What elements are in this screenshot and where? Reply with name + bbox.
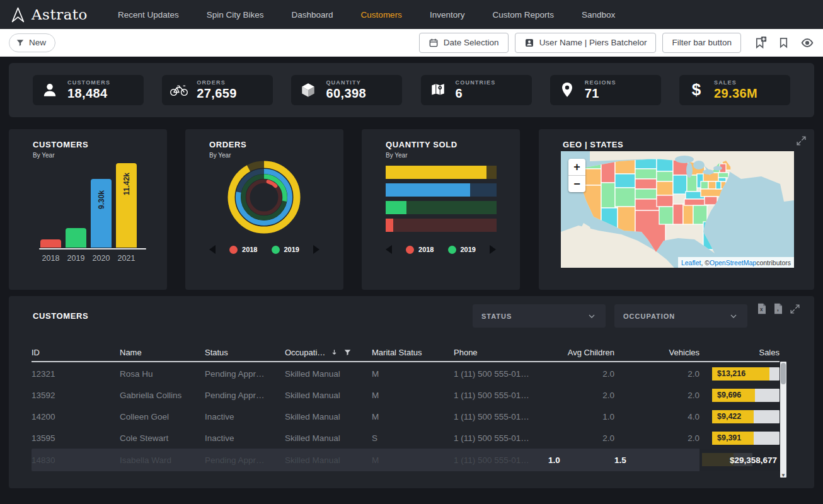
column-header-phone[interactable]: Phone [454, 348, 548, 357]
kpi-card-quantity[interactable]: QUANTITY60,398 [291, 75, 402, 105]
user-name-label: User Name | Piers Batchelor [539, 38, 647, 47]
column-header-label: Status [205, 348, 228, 357]
cell-status: Pending Appr… [205, 369, 285, 379]
kpi-card-customers[interactable]: CUSTOMERS18,484 [33, 75, 144, 105]
column-header-id[interactable]: ID [32, 348, 120, 357]
cell-name: Rosa Hu [120, 369, 205, 379]
column-header-label: Vehicles [669, 348, 699, 357]
person-icon [40, 82, 59, 98]
nav-item-recent-updates[interactable]: Recent Updates [118, 10, 179, 20]
leaflet-link[interactable]: Leaflet [681, 259, 701, 266]
kpi-value: 71 [585, 86, 616, 101]
cell-marital: S [372, 433, 454, 443]
nav-item-customers[interactable]: Customers [361, 10, 402, 20]
nav-item-sandbox[interactable]: Sandbox [582, 10, 615, 20]
cell-occupation: Skilled Manual [285, 412, 372, 421]
osm-link[interactable]: OpenStreetMap [710, 259, 756, 266]
table-row[interactable]: 12321Rosa HuPending Appr…Skilled ManualM… [32, 363, 780, 384]
hbar-2020[interactable] [386, 183, 497, 197]
bar-category-label: 2019 [66, 254, 86, 263]
kpi-label: QUANTITY [326, 79, 366, 86]
filter-bar-button[interactable]: Filter bar button [662, 33, 741, 53]
new-filter-button[interactable]: New [9, 33, 55, 52]
column-header-occupati-[interactable]: Occupati… [285, 348, 372, 357]
hbar-2018[interactable] [386, 219, 497, 232]
table-row[interactable]: 13592Gabriella CollinsPending Appr…Skill… [32, 384, 780, 406]
user-name-button[interactable]: User Name | Piers Batchelor [515, 33, 657, 53]
bookmark-plus-icon[interactable] [754, 36, 767, 49]
zoom-in-button[interactable]: + [568, 159, 585, 176]
scrollbar-thumb[interactable] [781, 363, 786, 384]
column-header-name[interactable]: Name [120, 348, 205, 357]
sort-desc-icon[interactable] [330, 348, 338, 357]
prev-year-button[interactable] [386, 245, 392, 254]
legend-label: 2019 [461, 246, 476, 253]
bookmark-icon[interactable] [778, 37, 790, 49]
expand-icon[interactable] [796, 135, 807, 146]
date-selection-button[interactable]: Date Selection [419, 33, 509, 53]
bar-2021[interactable]: 11.42k [116, 163, 137, 248]
column-header-marital-status[interactable]: Marital Status [372, 348, 454, 357]
zoom-out-button[interactable]: − [568, 176, 585, 192]
table-row[interactable]: 13595Cole StewartInactiveSkilled ManualS… [32, 427, 780, 449]
bicycle-icon [170, 83, 188, 98]
kpi-panel: CUSTOMERS18,484ORDERS27,659QUANTITY60,39… [9, 63, 814, 117]
column-header-vehicles[interactable]: Vehicles [614, 348, 699, 357]
total-sales: $29,358,677 [699, 449, 780, 471]
dollar-icon: $ [687, 81, 706, 100]
bar-2020[interactable]: 9.30k [91, 179, 112, 248]
table-row[interactable]: 14200Colleen GoelInactiveSkilled ManualM… [32, 406, 780, 427]
nav-item-spin-city-bikes[interactable]: Spin City Bikes [207, 10, 264, 20]
sales-value: $13,216 [717, 367, 745, 381]
column-header-avg-children[interactable]: Avg Children [548, 348, 614, 357]
attribution-middle: , © [701, 259, 710, 266]
hbar-2019[interactable] [386, 201, 497, 214]
kpi-card-regions[interactable]: REGIONS71 [550, 75, 661, 105]
cell-name: Gabriella Collins [120, 391, 205, 400]
kpi-card-orders[interactable]: ORDERS27,659 [162, 75, 273, 105]
bar-2019[interactable] [66, 228, 86, 248]
table-header-row: IDNameStatusOccupati…Marital StatusPhone… [32, 344, 780, 361]
nav-item-dashboard[interactable]: Dashboard [292, 10, 333, 20]
legend-item-2018[interactable]: 2018 [229, 246, 257, 254]
next-year-button[interactable] [490, 245, 496, 254]
filter-icon[interactable] [343, 348, 352, 357]
cell-marital: M [372, 412, 454, 421]
export-csv-icon[interactable]: , [773, 303, 783, 314]
legend-item-2019[interactable]: 2019 [448, 246, 476, 254]
cell-avg-children: 2.0 [548, 391, 614, 400]
sales-value: $9,696 [717, 389, 741, 402]
expand-icon[interactable] [790, 304, 800, 314]
column-header-sales[interactable]: Sales [699, 348, 780, 357]
kpi-value: 6 [456, 86, 496, 101]
sales-bar: $9,391 [712, 432, 780, 445]
hbar-2021[interactable] [386, 166, 497, 179]
brand[interactable]: Astrato [10, 6, 88, 23]
legend-item-2018[interactable]: 2018 [406, 246, 434, 254]
leaflet-map[interactable]: + − Leaflet, © OpenStreetMap contributor… [561, 151, 794, 268]
column-header-status[interactable]: Status [205, 348, 285, 357]
nav-item-custom-reports[interactable]: Custom Reports [492, 10, 554, 20]
kpi-card-sales[interactable]: $SALES29.36M [679, 75, 790, 105]
status-dropdown[interactable]: STATUS [473, 304, 606, 328]
filter-bar-label: Filter bar button [672, 38, 732, 47]
table-scrollbar[interactable]: ▼ [780, 362, 786, 478]
legend-dot [229, 246, 238, 254]
scrollbar-down-arrow[interactable]: ▼ [780, 472, 786, 478]
legend-item-2019[interactable]: 2019 [272, 246, 299, 254]
prev-year-button[interactable] [209, 245, 216, 254]
occupation-dropdown[interactable]: OCCUPATION [614, 304, 747, 328]
eye-icon[interactable] [800, 36, 814, 50]
next-year-button[interactable] [313, 245, 319, 254]
kpi-card-countries[interactable]: COUNTRIES6 [421, 75, 532, 105]
bar-category-label: 2021 [116, 254, 137, 263]
sales-value: $9,422 [717, 410, 741, 423]
quantity-chart-panel: QUANTITY SOLD By Year 20182019 [362, 129, 520, 290]
nav-item-inventory[interactable]: Inventory [430, 10, 465, 20]
cell-avg-children: 2.0 [548, 433, 614, 443]
bar-2018[interactable] [40, 239, 61, 248]
cell-status: Inactive [205, 433, 285, 443]
export-excel-icon[interactable]: X [757, 303, 767, 314]
orders-chart-panel: ORDERS By Year 20182019 [185, 129, 343, 290]
cell-phone: 1 (11) 500 555-01… [454, 391, 548, 400]
